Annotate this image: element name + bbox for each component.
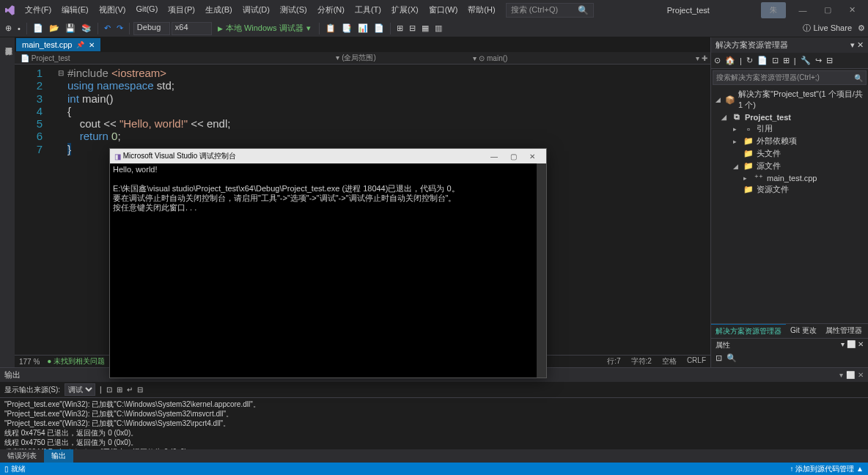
solution-explorer-title: 解决方案资源管理器▾ ✕ xyxy=(711,37,868,53)
project-name: Project_test xyxy=(645,6,710,15)
menu-analyze[interactable]: 分析(N) xyxy=(313,3,349,17)
toolbar-icon[interactable]: 📑 xyxy=(339,22,354,34)
props-cat-icon[interactable]: 🔍 xyxy=(727,353,737,363)
console-max[interactable]: ▢ xyxy=(504,152,523,161)
wrench-icon[interactable]: 🔧 xyxy=(801,56,811,65)
menu-test[interactable]: 测试(S) xyxy=(276,3,312,17)
breadcrumb-func[interactable]: ▾ ⊙ main() xyxy=(473,54,507,62)
icon[interactable]: 📄 xyxy=(757,56,768,65)
clear-icon[interactable]: ⊡ xyxy=(106,386,112,394)
toolbar-icon[interactable]: ▦ xyxy=(419,22,431,34)
new-button[interactable]: 📄 xyxy=(31,22,45,34)
fold-column[interactable]: ⊟ xyxy=(56,65,66,355)
icon[interactable]: ⊟ xyxy=(137,386,143,394)
issues-status[interactable]: ● 未找到相关问题 xyxy=(47,356,105,367)
headers-node[interactable]: 📁头文件 xyxy=(711,147,868,160)
line-ending[interactable]: CRLF xyxy=(687,356,706,367)
output-title: 输出 xyxy=(4,369,21,380)
extdeps-node[interactable]: ▸📁外部依赖项 xyxy=(711,135,868,147)
sources-node[interactable]: ◢📁源文件 xyxy=(711,160,868,172)
split-editor-icon[interactable]: ▾ ✚ xyxy=(693,54,710,62)
account-icon[interactable]: 朱 xyxy=(761,2,786,18)
open-button[interactable]: 📂 xyxy=(47,22,62,34)
toolbar-icon[interactable]: 📄 xyxy=(372,22,386,34)
server-explorer-tab[interactable]: 服务器资源管理器 xyxy=(1,39,15,367)
console-close[interactable]: ✕ xyxy=(523,152,542,161)
home-icon[interactable]: ⊙ xyxy=(714,56,721,65)
config-combo[interactable]: Debug xyxy=(133,22,170,35)
breadcrumb-scope[interactable]: ▾ (全局范围) xyxy=(336,54,375,62)
home2-icon[interactable]: 🏠 xyxy=(725,56,735,65)
wrap-icon[interactable]: ↵ xyxy=(127,386,133,394)
start-debug-button[interactable]: 本地 Windows 调试器 ▾ xyxy=(213,23,315,34)
pin-icon[interactable]: 📌 xyxy=(76,41,84,48)
solution-tree: ◢📦解决方案"Project_test"(1 个项目/共 1 个) ◢⧉Proj… xyxy=(711,86,868,323)
source-file-node[interactable]: ▸⁺⁺main_test.cpp xyxy=(711,172,868,183)
minimize-button[interactable]: — xyxy=(790,2,815,18)
menu-project[interactable]: 项目(P) xyxy=(163,3,199,17)
liveshare-button[interactable]: ⓘ Live Share xyxy=(803,23,852,34)
scrollbar-thumb[interactable] xyxy=(537,163,546,185)
global-search[interactable]: 搜索 (Ctrl+Q)🔍 xyxy=(506,3,594,18)
line-gutter: 1234567 xyxy=(15,65,56,355)
solution-node[interactable]: ◢📦解决方案"Project_test"(1 个项目/共 1 个) xyxy=(711,88,868,111)
menu-build[interactable]: 生成(B) xyxy=(201,3,237,17)
menu-extensions[interactable]: 扩展(X) xyxy=(387,3,423,17)
redo-button[interactable]: ↷ xyxy=(114,22,125,34)
undo-button[interactable]: ↶ xyxy=(102,22,113,34)
toggle-icon[interactable]: ⊞ xyxy=(117,386,122,394)
close-button[interactable]: ✕ xyxy=(840,2,865,18)
icon[interactable]: ⊡ xyxy=(772,56,779,65)
toolbar-icon[interactable]: ⊞ xyxy=(394,22,405,34)
pin-icon[interactable]: ⬜ xyxy=(846,371,855,379)
toolbar-icon[interactable]: 📊 xyxy=(356,22,370,34)
toolbar-icon[interactable]: ⊟ xyxy=(407,22,418,34)
menu-edit[interactable]: 编辑(E) xyxy=(57,3,93,17)
indent-type[interactable]: 空格 xyxy=(662,356,677,367)
debug-console-window[interactable]: ◨ Microsoft Visual Studio 调试控制台 —▢✕ Hell… xyxy=(109,148,547,378)
nav-fwd-button[interactable]: • xyxy=(15,23,23,34)
maximize-button[interactable]: ▢ xyxy=(815,2,840,18)
close-icon[interactable]: ✕ xyxy=(858,371,864,379)
tab-output[interactable]: 输出 xyxy=(44,449,73,463)
menu-debug[interactable]: 调试(D) xyxy=(238,3,274,17)
toolbar-icon[interactable]: ▥ xyxy=(433,22,444,34)
output-text[interactable]: "Project_test.exe"(Win32): 已加载"C:\Window… xyxy=(0,398,868,449)
saveall-button[interactable]: 📚 xyxy=(79,22,94,34)
menu-tools[interactable]: 工具(T) xyxy=(350,3,386,17)
solution-search[interactable]: 搜索解决方案资源管理器(Ctrl+;)🔍 xyxy=(713,70,867,85)
props-sort-icon[interactable]: ⊡ xyxy=(716,353,722,363)
project-node[interactable]: ◢⧉Project_test xyxy=(711,111,868,122)
refs-node[interactable]: ▸▫引用 xyxy=(711,122,868,135)
menu-file[interactable]: 文件(F) xyxy=(21,3,56,17)
nav-back-button[interactable]: ⊕ xyxy=(3,22,14,34)
menu-git[interactable]: Git(G) xyxy=(131,3,162,17)
tab-solution-explorer[interactable]: 解决方案资源管理器 xyxy=(711,324,786,338)
close-tab-icon[interactable]: ✕ xyxy=(89,41,95,49)
dropdown-icon[interactable]: ▾ xyxy=(839,371,843,379)
toolbar-icon[interactable]: 📋 xyxy=(323,22,338,34)
breadcrumb-file[interactable]: 📄 Project_test xyxy=(21,54,70,62)
sync-icon[interactable]: ↻ xyxy=(746,56,753,65)
file-tab[interactable]: main_test.cpp 📌 ✕ xyxy=(16,38,100,51)
solution-toolbar: ⊙🏠| ↻📄⊡⊞| 🔧↪⊟ xyxy=(711,53,868,69)
output-source-combo[interactable]: 调试 xyxy=(65,383,95,396)
save-button[interactable]: 💾 xyxy=(63,22,78,34)
tab-error-list[interactable]: 错误列表 xyxy=(0,449,44,463)
toolbox-tab[interactable]: 工具箱 xyxy=(0,39,1,367)
zoom-level[interactable]: 177 % xyxy=(19,358,40,366)
resources-node[interactable]: 📁资源文件 xyxy=(711,183,868,196)
console-body[interactable]: Hello, world! E:\朱国鑫\visual studio\Proje… xyxy=(110,163,546,378)
console-min[interactable]: — xyxy=(485,152,504,161)
icon[interactable]: ⊟ xyxy=(826,56,833,65)
icon[interactable]: ⊞ xyxy=(783,56,790,65)
menu-view[interactable]: 视图(V) xyxy=(95,3,130,17)
source-control-button[interactable]: ↑ 添加到源代码管理 ▲ xyxy=(790,464,864,474)
platform-combo[interactable]: x64 xyxy=(172,22,212,35)
tab-property-manager[interactable]: 属性管理器 xyxy=(821,324,867,338)
tab-git-changes[interactable]: Git 更改 xyxy=(786,324,821,338)
icon[interactable]: ↪ xyxy=(815,56,822,65)
settings-icon[interactable]: ⚙ xyxy=(858,23,865,33)
menu-window[interactable]: 窗口(W) xyxy=(424,3,463,17)
menu-help[interactable]: 帮助(H) xyxy=(463,3,499,17)
